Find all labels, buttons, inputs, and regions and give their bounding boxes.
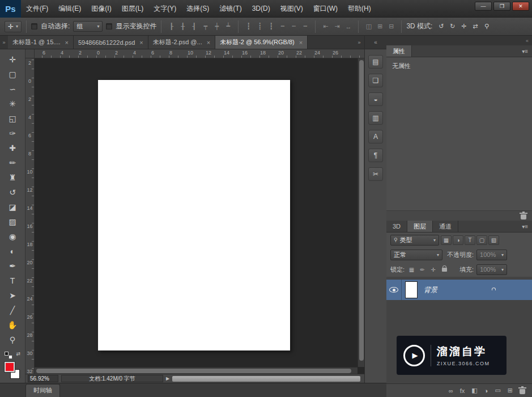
layer-name[interactable]: 背景 [424, 285, 437, 295]
menu-item[interactable]: 滤镜(T) [214, 0, 246, 17]
horizontal-scrollbar-thumb[interactable] [36, 369, 351, 373]
guides-toggle-icon[interactable]: ⊟ [386, 21, 397, 32]
vertical-scrollbar[interactable] [357, 58, 364, 367]
restore-button[interactable]: ❐ [493, 2, 510, 11]
clone-source-panel-icon[interactable]: ❏ [368, 74, 383, 87]
opacity-select[interactable]: 100% ▾ [476, 250, 507, 260]
document-tab[interactable]: 未标题-2 @ 56.9%(RGB/8) × [215, 36, 308, 49]
adjustments-panel-icon[interactable]: ◒ [368, 92, 383, 106]
panel-tab[interactable]: 图层 [407, 221, 433, 232]
tool-button[interactable]: ↺ [4, 185, 21, 200]
horizontal-scrollbar[interactable] [35, 367, 357, 374]
tool-button[interactable]: ✚ [4, 141, 21, 155]
tab-close-icon[interactable]: × [139, 39, 143, 46]
tool-button[interactable]: ◪ [4, 200, 21, 214]
layer-thumbnail[interactable] [405, 281, 418, 298]
new-group-icon[interactable]: ▭ [495, 387, 500, 394]
paragraph-panel-icon[interactable]: ¶ [368, 149, 383, 162]
delete-layer-button[interactable] [520, 387, 525, 394]
brush-panel-icon[interactable]: ▤ [368, 55, 383, 69]
tool-button[interactable]: ⚲ [4, 332, 21, 347]
align-left-icon[interactable]: ┠ [166, 21, 177, 32]
tool-button[interactable]: ▨ [4, 214, 21, 229]
foreground-color-swatch[interactable] [5, 362, 15, 372]
chevrons-left-icon[interactable]: » [0, 36, 8, 49]
lock-all-button[interactable] [440, 265, 449, 274]
tool-button[interactable]: ✋ [4, 318, 21, 332]
expand-panels-icon[interactable]: « [365, 36, 386, 49]
tool-button[interactable]: ♜ [4, 170, 21, 185]
annotation-panel-icon[interactable]: ✂ [368, 167, 383, 181]
distribute-bottom-icon[interactable]: ┇ [266, 21, 276, 32]
filter-type-layers-icon[interactable]: T [465, 235, 475, 245]
trash-icon[interactable] [521, 214, 526, 219]
align-top-icon[interactable]: ┯ [200, 21, 211, 32]
ruler-origin-corner[interactable] [25, 49, 35, 58]
show-transform-checkbox[interactable] [106, 23, 112, 29]
tool-button[interactable]: ∽ [4, 82, 21, 96]
panel-tab[interactable]: 通道 [433, 221, 458, 232]
new-layer-icon[interactable]: ⊞ [508, 387, 513, 394]
distribute-top-icon[interactable]: ┇ [243, 21, 254, 32]
tab-close-icon[interactable]: × [207, 39, 210, 46]
tool-button[interactable]: ◉ [4, 229, 21, 244]
link-layers-icon[interactable]: ∞ [449, 387, 453, 394]
grid-toggle-icon[interactable]: ⊞ [374, 21, 385, 32]
tool-button[interactable]: ➤ [4, 288, 21, 303]
menu-item[interactable]: 视图(V) [275, 0, 308, 17]
distribute-h-space-icon[interactable]: ⇤ [320, 21, 331, 32]
distribute-left-icon[interactable]: ┅ [277, 21, 288, 32]
menu-item[interactable]: 选择(S) [181, 0, 214, 17]
auto-select-target-select[interactable]: 组 ▾ [73, 21, 103, 32]
distribute-v-space-icon[interactable]: ⇥ [331, 21, 342, 32]
distribute-h-center-icon[interactable]: ┉ [288, 21, 299, 32]
document-tab[interactable]: 未标题-2.psd @... × [148, 36, 215, 49]
horizontal-ruler[interactable]: 64202468101214161820222426 [35, 49, 364, 58]
menu-item[interactable]: 帮助(H) [343, 0, 376, 17]
layer-row[interactable]: 背景 [386, 280, 532, 300]
new-adjustment-layer-icon[interactable]: ◑ [484, 387, 488, 394]
blend-mode-select[interactable]: 正常 ▾ [390, 250, 442, 260]
tool-button[interactable]: ✏ [4, 155, 21, 170]
tool-button[interactable]: T [4, 273, 21, 288]
lock-image-pixels-icon[interactable]: ✏ [418, 265, 427, 274]
document-tab[interactable]: 594866b61222d.psd × [74, 36, 148, 49]
tool-button[interactable]: ✑ [4, 126, 21, 141]
tool-button[interactable]: ◐ [4, 244, 21, 259]
3d-scale-icon[interactable]: ⚲ [481, 21, 492, 32]
document-info[interactable]: 文档:1.42M/0 字节 [61, 375, 163, 382]
panel-menu-icon[interactable]: ▾≡ [522, 221, 532, 232]
lock-position-icon[interactable]: ✛ [429, 265, 437, 274]
menu-item[interactable]: 窗口(W) [308, 0, 343, 17]
visibility-cell[interactable] [386, 280, 402, 300]
tool-button[interactable]: ✛ [4, 52, 21, 67]
3d-slide-icon[interactable]: ⇄ [470, 21, 480, 32]
tab-overflow-icon[interactable]: » [354, 36, 364, 49]
vertical-ruler[interactable]: 202468101214161820222426283032 [25, 58, 35, 374]
menu-item[interactable]: 3D(D) [247, 0, 275, 17]
vertical-scrollbar-thumb[interactable] [359, 60, 364, 361]
minimize-button[interactable]: — [475, 2, 492, 11]
panel-tab[interactable]: 3D [386, 221, 407, 232]
histogram-panel-icon[interactable]: ▥ [368, 111, 383, 125]
document-page[interactable] [98, 80, 290, 350]
layer-style-icon[interactable]: fx [460, 387, 465, 394]
canvas[interactable] [35, 58, 357, 367]
tool-preset-picker[interactable]: ✛ ▾ [5, 21, 22, 32]
tab-properties[interactable]: 属性 [386, 45, 412, 57]
add-layer-mask-icon[interactable]: ◧ [471, 387, 477, 394]
filter-pixel-layers-icon[interactable]: ▦ [441, 235, 452, 245]
auto-align-icon[interactable]: ◫ [363, 21, 374, 32]
menu-item[interactable]: 文字(Y) [148, 0, 181, 17]
distribute-v-center-icon[interactable]: ┋ [254, 21, 265, 32]
align-h-center-icon[interactable]: ╂ [177, 21, 188, 32]
tab-close-icon[interactable]: × [65, 39, 69, 46]
filter-adjustment-layers-icon[interactable]: ◑ [453, 235, 463, 245]
tab-close-icon[interactable]: × [299, 39, 303, 46]
3d-drag-icon[interactable]: ✛ [458, 21, 469, 32]
fill-select[interactable]: 100% ▾ [476, 264, 507, 275]
lock-transparent-pixels-icon[interactable]: ▦ [407, 265, 416, 274]
default-colors-icon[interactable] [5, 352, 12, 359]
arrange-icon[interactable]: ↔ [343, 21, 354, 32]
collapse-panels-icon[interactable]: « [526, 38, 529, 44]
